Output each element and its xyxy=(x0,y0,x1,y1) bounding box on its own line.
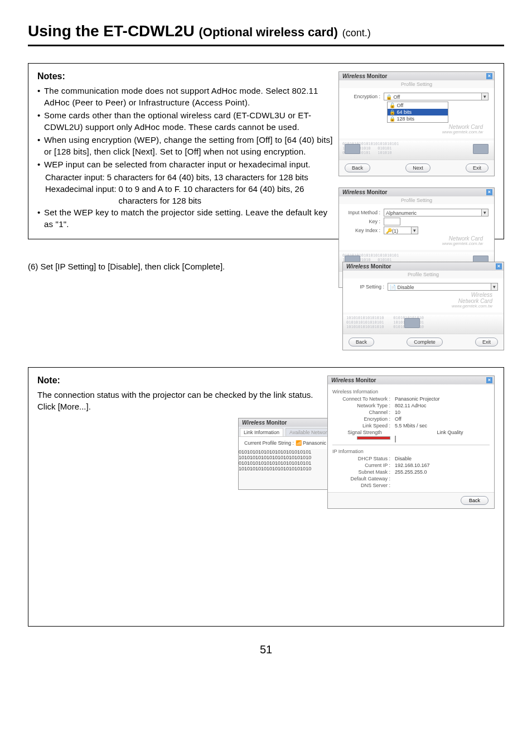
close-icon[interactable]: × xyxy=(486,189,492,195)
ip-info-grid: DHCP Status :Disable Current IP :192.168… xyxy=(328,455,494,489)
screenshot-encryption: Wireless Monitor × Profile Setting Encry… xyxy=(338,71,495,176)
bullet-5-text: Set the WEP key to match the projector s… xyxy=(44,206,333,230)
bullet-4-text: WEP input can be selected from character… xyxy=(44,158,333,170)
step-6-text: (6) Set [IP Setting] to [Disable], then … xyxy=(28,262,331,271)
key-row: Key : xyxy=(345,218,489,225)
notes-content: • The communication mode does not suppor… xyxy=(37,85,333,230)
decorative-binary-strip: 010101010101010101010101101010101010 010… xyxy=(339,141,494,160)
dropdown-arrow-icon[interactable]: ▾ xyxy=(491,283,498,291)
info-row: Connect To Network :Panasonic Projector xyxy=(328,396,494,402)
bullet-2: • Some cards other than the optional wir… xyxy=(37,109,333,133)
key-field[interactable] xyxy=(384,218,400,225)
title-rest: Monitor xyxy=(365,189,387,195)
info-row: DHCP Status :Disable xyxy=(328,455,494,462)
window-titlebar: Wireless Monitor × xyxy=(339,188,494,196)
bars-row xyxy=(328,436,494,442)
title-rest: Monitor xyxy=(365,73,387,79)
key-index-row: Key Index : 🔑(1) ▾ xyxy=(345,227,489,234)
profile-setting-subhead: Profile Setting xyxy=(339,80,494,88)
close-icon[interactable]: × xyxy=(496,263,502,269)
signal-strength-bar xyxy=(357,436,390,440)
close-icon[interactable]: × xyxy=(486,73,492,79)
back-button[interactable]: Back xyxy=(349,338,374,346)
ip-info-group: IP Information xyxy=(328,447,494,455)
back-button[interactable]: Back xyxy=(461,496,489,505)
info-row: Encryption :Off xyxy=(328,416,494,422)
info-row: Channel :10 xyxy=(328,409,494,416)
encryption-select[interactable]: 🔒 Off xyxy=(384,93,482,100)
current-profile-label: Current Profile String : xyxy=(244,440,294,446)
char-input-row: Character input: 5 characters for 64 (40… xyxy=(45,171,333,183)
window-titlebar: Wireless Monitor × xyxy=(339,72,494,80)
hex-input-val: 0 to 9 and A to F. 10 characters for 64 … xyxy=(119,183,333,206)
separator xyxy=(332,445,490,445)
bullet-3: • When using encryption (WEP), change th… xyxy=(37,134,333,157)
input-method-row: Input Method : Alphanumeric ▾ xyxy=(345,209,489,216)
exit-button[interactable]: Exit xyxy=(475,338,498,346)
title-italic: Wireless xyxy=(331,377,354,383)
screenshot-wireless-info: Wireless Monitor × Wireless Information … xyxy=(327,375,495,509)
title-sub: (Optional wireless card) xyxy=(199,25,337,39)
info-row: Link Speed :5.5 Mbits / sec xyxy=(328,422,494,429)
title-cont: (cont.) xyxy=(342,27,371,38)
info-row: Current IP :192.168.10.167 xyxy=(328,462,494,469)
bullet-dot: • xyxy=(37,109,44,133)
window-titlebar: Wireless Monitor × xyxy=(328,376,494,384)
bullet-2-text: Some cards other than the optional wirel… xyxy=(44,109,333,133)
key-index-select[interactable]: 🔑(1) xyxy=(384,227,412,234)
back-button-row: Back xyxy=(328,492,494,508)
wireless-info-grid: Connect To Network :Panasonic Projector … xyxy=(328,396,494,442)
ip-setting-label: IP Setting : xyxy=(349,284,388,290)
chip-icon xyxy=(345,144,360,154)
title-italic: Wireless xyxy=(342,73,365,79)
chip-icon xyxy=(473,144,489,154)
page-title: Using the ET-CDWL2U (Optional wireless c… xyxy=(28,22,504,46)
encryption-dropdown-list[interactable]: 🔓 Off 🔒 64 bits 🔒 128 bits xyxy=(387,102,448,123)
link-quality-bar xyxy=(395,436,396,442)
brand-text: Wireless Network Card www.gemtek.com.tw xyxy=(349,292,498,309)
back-button[interactable]: Back xyxy=(345,163,370,172)
brand-text: Network Card www.gemtek.com.tw xyxy=(345,124,489,135)
ip-setting-row: IP Setting : 📄 Disable ▾ xyxy=(349,283,498,291)
info-row: Subnet Mask :255.255.255.0 xyxy=(328,469,494,475)
bullet-1-text: The communication mode does not support … xyxy=(44,85,333,108)
ip-setting-select[interactable]: 📄 Disable xyxy=(388,283,491,291)
title-italic: Wireless xyxy=(346,263,369,269)
complete-button[interactable]: Complete xyxy=(407,338,443,346)
tab-link-information[interactable]: Link Information xyxy=(240,428,283,436)
enc-opt-64[interactable]: 🔒 64 bits xyxy=(388,109,448,115)
link-quality-label: Link Quality xyxy=(406,430,494,435)
info-row: Network Type :802.11 AdHoc xyxy=(328,402,494,409)
close-icon[interactable]: × xyxy=(486,377,492,383)
title-rest: Monitor xyxy=(354,377,376,383)
chip-icon xyxy=(404,318,420,328)
bullet-dot: • xyxy=(37,134,44,157)
dropdown-arrow-icon[interactable]: ▾ xyxy=(482,209,489,216)
wireless-info-group: Wireless Information xyxy=(328,388,494,396)
window-titlebar: Wireless Monitor × xyxy=(343,262,504,271)
info-row: Default Gateway : xyxy=(328,475,494,482)
notes-box: Notes: • The communication mode does not… xyxy=(28,63,504,239)
title-italic: Wireless xyxy=(242,420,265,426)
bullet-4: • WEP input can be selected from charact… xyxy=(37,158,333,170)
enc-opt-128[interactable]: 🔒 128 bits xyxy=(388,115,448,122)
title-rest: Monitor xyxy=(369,263,391,269)
next-button[interactable]: Next xyxy=(405,163,431,172)
input-method-label: Input Method : xyxy=(345,210,384,215)
page-number: 51 xyxy=(28,643,504,656)
key-index-label: Key Index : xyxy=(345,228,384,233)
bullet-dot: • xyxy=(37,206,44,230)
enc-opt-off[interactable]: 🔓 Off xyxy=(388,102,448,109)
dropdown-arrow-icon[interactable]: ▾ xyxy=(482,93,489,100)
step-6-row: (6) Set [IP Setting] to [Disable], then … xyxy=(28,262,504,350)
note-box-2: Note: The connection status with the pro… xyxy=(28,367,504,627)
input-method-select[interactable]: Alphanumeric xyxy=(384,209,482,216)
brand-text: Network Card www.gemtek.com.tw xyxy=(345,235,489,247)
note2-text: The connection status with the projector… xyxy=(37,389,333,412)
bullet-3-text: When using encryption (WEP), change the … xyxy=(44,134,333,157)
dropdown-arrow-icon[interactable]: ▾ xyxy=(412,227,418,234)
exit-button[interactable]: Exit xyxy=(466,163,489,172)
char-input-label: Character input: xyxy=(45,171,105,183)
signal-strength-label: Signal Strength xyxy=(328,430,406,435)
button-row: Back Complete Exit xyxy=(343,334,504,350)
